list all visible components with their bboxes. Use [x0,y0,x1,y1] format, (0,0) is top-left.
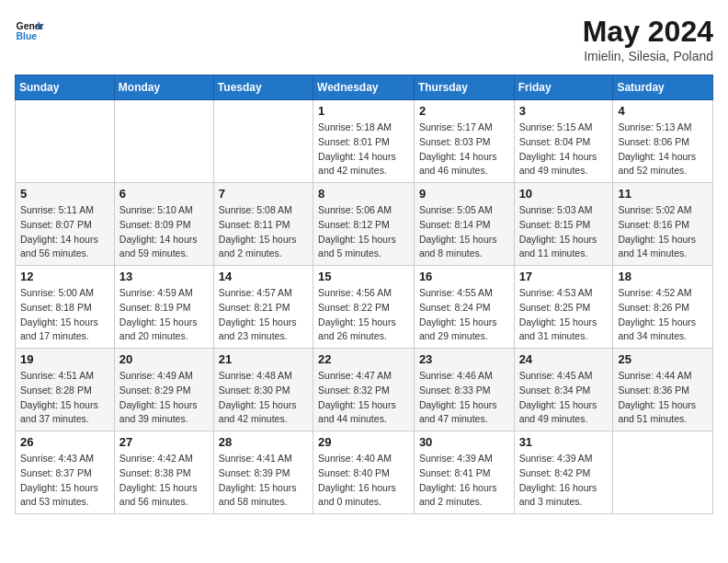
day-info: Sunrise: 4:53 AMSunset: 8:25 PMDaylight:… [519,286,609,344]
day-info: Sunrise: 4:59 AMSunset: 8:19 PMDaylight:… [119,286,209,344]
day-number: 19 [20,352,109,366]
calendar-cell: 15Sunrise: 4:56 AMSunset: 8:22 PMDayligh… [313,266,415,349]
calendar-cell: 9Sunrise: 5:05 AMSunset: 8:14 PMDaylight… [414,183,514,266]
calendar-cell: 23Sunrise: 4:46 AMSunset: 8:33 PMDayligh… [414,349,514,431]
calendar-header-sunday: Sunday [16,75,115,100]
calendar-cell [213,100,313,183]
day-number: 20 [119,352,209,366]
day-number: 23 [419,352,509,366]
day-number: 2 [419,104,509,118]
calendar-cell: 2Sunrise: 5:17 AMSunset: 8:03 PMDaylight… [414,100,514,183]
calendar-cell: 27Sunrise: 4:42 AMSunset: 8:38 PMDayligh… [114,431,213,514]
day-number: 22 [318,352,409,366]
day-number: 3 [519,104,609,118]
calendar-cell: 5Sunrise: 5:11 AMSunset: 8:07 PMDaylight… [16,183,115,266]
calendar-week-row: 1Sunrise: 5:18 AMSunset: 8:01 PMDaylight… [16,100,713,183]
day-number: 13 [119,270,209,283]
day-info: Sunrise: 5:13 AMSunset: 8:06 PMDaylight:… [618,121,708,178]
calendar-cell [16,100,115,183]
calendar-cell: 24Sunrise: 4:45 AMSunset: 8:34 PMDayligh… [514,349,613,431]
calendar-table: SundayMondayTuesdayWednesdayThursdayFrid… [15,75,713,514]
day-number: 16 [419,270,509,283]
calendar-week-row: 26Sunrise: 4:43 AMSunset: 8:37 PMDayligh… [16,431,713,514]
calendar-cell: 8Sunrise: 5:06 AMSunset: 8:12 PMDaylight… [313,183,415,266]
day-number: 11 [618,187,708,201]
calendar-cell: 14Sunrise: 4:57 AMSunset: 8:21 PMDayligh… [213,266,313,349]
calendar-cell: 29Sunrise: 4:40 AMSunset: 8:40 PMDayligh… [313,431,415,514]
day-number: 4 [618,104,708,118]
day-number: 29 [318,435,409,449]
day-number: 30 [419,435,509,449]
calendar-cell: 20Sunrise: 4:49 AMSunset: 8:29 PMDayligh… [114,349,213,431]
page-header: General Blue May 2024 Imielin, Silesia, … [15,15,713,63]
calendar-cell: 25Sunrise: 4:44 AMSunset: 8:36 PMDayligh… [613,349,713,431]
calendar-cell: 30Sunrise: 4:39 AMSunset: 8:41 PMDayligh… [414,431,514,514]
day-number: 27 [119,435,209,449]
day-info: Sunrise: 5:10 AMSunset: 8:09 PMDaylight:… [119,203,209,261]
day-info: Sunrise: 5:02 AMSunset: 8:16 PMDaylight:… [618,203,708,261]
calendar-header-monday: Monday [114,75,213,100]
day-info: Sunrise: 5:18 AMSunset: 8:01 PMDaylight:… [318,121,409,178]
day-number: 10 [519,187,609,201]
calendar-week-row: 5Sunrise: 5:11 AMSunset: 8:07 PMDaylight… [16,183,713,266]
calendar-cell: 13Sunrise: 4:59 AMSunset: 8:19 PMDayligh… [114,266,213,349]
day-info: Sunrise: 4:44 AMSunset: 8:36 PMDaylight:… [618,369,708,427]
day-number: 18 [618,270,708,283]
day-info: Sunrise: 5:00 AMSunset: 8:18 PMDaylight:… [20,286,109,344]
day-info: Sunrise: 4:47 AMSunset: 8:32 PMDaylight:… [318,369,409,427]
day-info: Sunrise: 5:03 AMSunset: 8:15 PMDaylight:… [519,203,609,261]
calendar-cell: 6Sunrise: 5:10 AMSunset: 8:09 PMDaylight… [114,183,213,266]
day-info: Sunrise: 5:06 AMSunset: 8:12 PMDaylight:… [318,203,409,261]
calendar-cell: 18Sunrise: 4:52 AMSunset: 8:26 PMDayligh… [613,266,713,349]
day-info: Sunrise: 4:46 AMSunset: 8:33 PMDaylight:… [419,369,509,427]
calendar-cell: 1Sunrise: 5:18 AMSunset: 8:01 PMDaylight… [313,100,415,183]
calendar-cell: 22Sunrise: 4:47 AMSunset: 8:32 PMDayligh… [313,349,415,431]
title-block: May 2024 Imielin, Silesia, Poland [583,15,713,63]
location-title: Imielin, Silesia, Poland [583,49,713,63]
day-info: Sunrise: 4:51 AMSunset: 8:28 PMDaylight:… [20,369,109,427]
day-number: 31 [519,435,609,449]
calendar-cell: 19Sunrise: 4:51 AMSunset: 8:28 PMDayligh… [16,349,115,431]
calendar-cell: 17Sunrise: 4:53 AMSunset: 8:25 PMDayligh… [514,266,613,349]
day-number: 12 [20,270,109,283]
calendar-cell: 10Sunrise: 5:03 AMSunset: 8:15 PMDayligh… [514,183,613,266]
day-info: Sunrise: 4:57 AMSunset: 8:21 PMDaylight:… [219,286,308,344]
day-info: Sunrise: 4:39 AMSunset: 8:41 PMDaylight:… [419,452,509,510]
day-number: 28 [219,435,308,449]
day-number: 15 [318,270,409,283]
calendar-cell: 7Sunrise: 5:08 AMSunset: 8:11 PMDaylight… [213,183,313,266]
calendar-cell [114,100,213,183]
day-info: Sunrise: 4:40 AMSunset: 8:40 PMDaylight:… [318,452,409,510]
svg-text:Blue: Blue [17,31,38,41]
calendar-cell: 21Sunrise: 4:48 AMSunset: 8:30 PMDayligh… [213,349,313,431]
day-info: Sunrise: 5:15 AMSunset: 8:04 PMDaylight:… [519,121,609,178]
day-number: 6 [119,187,209,201]
day-info: Sunrise: 4:56 AMSunset: 8:22 PMDaylight:… [318,286,409,344]
day-info: Sunrise: 5:17 AMSunset: 8:03 PMDaylight:… [419,121,509,178]
calendar-cell: 31Sunrise: 4:39 AMSunset: 8:42 PMDayligh… [514,431,613,514]
calendar-cell: 26Sunrise: 4:43 AMSunset: 8:37 PMDayligh… [16,431,115,514]
day-info: Sunrise: 4:55 AMSunset: 8:24 PMDaylight:… [419,286,509,344]
calendar-header-saturday: Saturday [613,75,713,100]
day-info: Sunrise: 4:41 AMSunset: 8:39 PMDaylight:… [219,452,308,510]
calendar-cell [613,431,713,514]
calendar-cell: 3Sunrise: 5:15 AMSunset: 8:04 PMDaylight… [514,100,613,183]
calendar-header-thursday: Thursday [414,75,514,100]
day-number: 17 [519,270,609,283]
calendar-cell: 11Sunrise: 5:02 AMSunset: 8:16 PMDayligh… [613,183,713,266]
day-number: 9 [419,187,509,201]
day-info: Sunrise: 5:11 AMSunset: 8:07 PMDaylight:… [20,203,109,261]
calendar-cell: 16Sunrise: 4:55 AMSunset: 8:24 PMDayligh… [414,266,514,349]
day-info: Sunrise: 5:05 AMSunset: 8:14 PMDaylight:… [419,203,509,261]
day-info: Sunrise: 4:48 AMSunset: 8:30 PMDaylight:… [219,369,308,427]
calendar-header-tuesday: Tuesday [213,75,313,100]
calendar-cell: 12Sunrise: 5:00 AMSunset: 8:18 PMDayligh… [16,266,115,349]
day-info: Sunrise: 4:39 AMSunset: 8:42 PMDaylight:… [519,452,609,510]
day-number: 21 [219,352,308,366]
day-info: Sunrise: 4:45 AMSunset: 8:34 PMDaylight:… [519,369,609,427]
calendar-week-row: 12Sunrise: 5:00 AMSunset: 8:18 PMDayligh… [16,266,713,349]
day-number: 26 [20,435,109,449]
day-number: 8 [318,187,409,201]
day-number: 7 [219,187,308,201]
day-number: 25 [618,352,708,366]
